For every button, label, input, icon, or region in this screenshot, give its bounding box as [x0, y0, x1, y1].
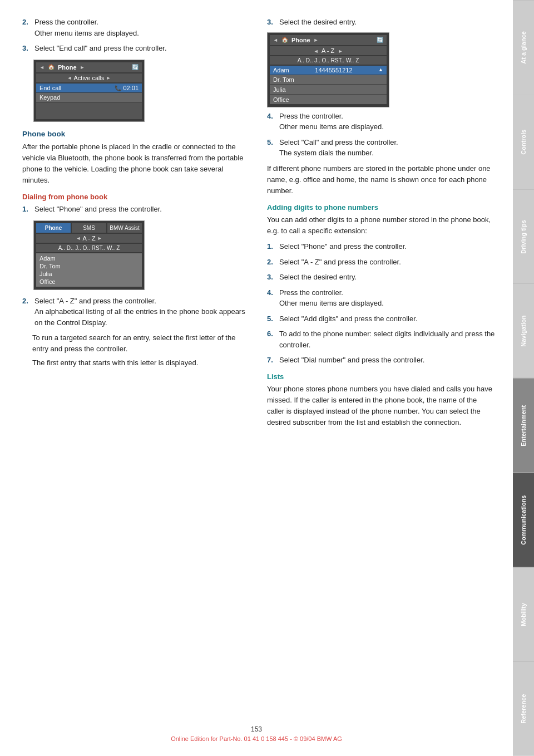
end-call-row: End call 📞 02:01	[36, 84, 142, 92]
sidebar-label-mobility: Mobility	[520, 603, 527, 626]
step-2: 2. Press the controller. Other menu item…	[22, 17, 250, 38]
keypad-row: Keypad	[36, 93, 142, 102]
sidebar-tab-mobility[interactable]: Mobility	[513, 567, 534, 662]
sidebar-label-controls: Controls	[520, 130, 527, 155]
step-num-2: 2.	[22, 17, 32, 38]
add-step4a: Press the controller.	[279, 288, 343, 297]
right-az-label: A - Z	[322, 47, 334, 54]
list-item-office: Office	[39, 278, 139, 286]
sidebar-label-at-a-glance: At a glance	[520, 31, 527, 64]
add-step5: 5. Select "Add digits" and press the con…	[267, 313, 495, 325]
sidebar-label-reference: Reference	[520, 694, 527, 724]
add-step4: 4. Press the controller. Other menu item…	[267, 287, 495, 309]
list-item-drtom: Dr. Tom	[39, 262, 139, 270]
end-call-label: End call	[39, 85, 61, 91]
tab-bmw-assist: BMW Assist	[107, 223, 142, 233]
letters-row: A.. D.. J.. O.. RST.. W.. Z	[36, 244, 142, 252]
right-step3: 3. Select the desired entry.	[267, 17, 495, 28]
letters-label: A.. D.. J.. O.. RST.. W.. Z	[58, 245, 120, 251]
right-phone-header: ◄ 🏠 Phone ► 🔄	[270, 35, 387, 45]
step2a-text: Press the controller.	[34, 18, 98, 26]
phone-book-title: Phone book	[22, 130, 250, 138]
dial-step2-note1: To run a targeted search for an entry, s…	[32, 332, 250, 354]
sidebar-tab-driving-tips[interactable]: Driving tips	[513, 189, 534, 284]
list-item-adam: Adam	[39, 254, 139, 262]
right-step5: 5. Select "Call" and press the controlle…	[267, 137, 495, 159]
sidebar-label-communications: Communications	[520, 495, 527, 545]
phone-list: Adam Dr. Tom Julia Office	[36, 253, 142, 287]
dial-step2: 2. Select "A - Z" and press the controll…	[22, 296, 250, 328]
scroll-icon: ▲	[378, 67, 383, 73]
right-adam-row: Adam 14445551212 ▲	[270, 66, 387, 75]
sidebar-label-entertainment: Entertainment	[520, 405, 527, 446]
right-step4: 4. Press the controller. Other menu item…	[267, 111, 495, 132]
keypad-label: Keypad	[39, 94, 60, 101]
lists-title: Lists	[267, 372, 495, 381]
phone-mockup-right: ◄ 🏠 Phone ► 🔄 ◄ A - Z ► A.. D.. J.. O.. …	[267, 32, 389, 107]
sidebar-tab-at-a-glance[interactable]: At a glance	[513, 0, 534, 95]
add-step4b: Other menu items are displayed.	[279, 299, 384, 307]
tab-sms: SMS	[72, 223, 106, 233]
right-step4b: Other menu items are displayed.	[279, 122, 384, 131]
right-letters: A.. D.. J.. O.. RST.. W.. Z	[298, 57, 359, 63]
phone-note: If different phone numbers are stored in…	[267, 163, 495, 197]
right-step5b: The system dials the number.	[279, 149, 374, 157]
footer-text: Online Edition for Part-No. 01 41 0 158 …	[171, 735, 342, 742]
add-step6-text: To add to the phone number: select digit…	[279, 328, 495, 350]
phone-tabs: Phone SMS BMW Assist	[36, 223, 142, 233]
add-step5-text: Select "Add digits" and press the contro…	[279, 313, 495, 325]
right-step5a: Select "Call" and press the controller.	[279, 138, 398, 146]
right-az-row: ◄ A - Z ►	[270, 46, 387, 55]
add-step1: 1. Select "Phone" and press the controll…	[267, 241, 495, 252]
sidebar: At a glance Controls Driving tips Naviga…	[513, 0, 534, 756]
call-time: 02:01	[123, 85, 139, 91]
add-step1-text: Select "Phone" and press the controller.	[279, 241, 495, 252]
sidebar-label-driving-tips: Driving tips	[520, 220, 527, 254]
sidebar-tab-communications[interactable]: Communications	[513, 473, 534, 567]
add-step3: 3. Select the desired entry.	[267, 272, 495, 283]
right-letters-row: A.. D.. J.. O.. RST.. W.. Z	[270, 56, 387, 65]
sidebar-tab-reference[interactable]: Reference	[513, 661, 534, 756]
left-arrow-icon: ◄	[39, 65, 44, 70]
add-step3-text: Select the desired entry.	[279, 272, 495, 283]
adding-body: You can add other digits to a phone numb…	[267, 214, 495, 237]
add-step2-text: Select "A - Z" and press the controller.	[279, 257, 495, 268]
page-footer: 153 Online Edition for Part-No. 01 41 0 …	[0, 725, 513, 742]
dial-step2b-text: An alphabetical listing of all the entri…	[34, 307, 245, 327]
right-adam-name: Adam	[273, 67, 289, 73]
lists-body: Your phone stores phone numbers you have…	[267, 384, 495, 429]
right-adam-number: 14445551212	[315, 67, 352, 73]
step-3: 3. Select "End call" and press the contr…	[22, 43, 250, 54]
add-step2: 2. Select "A - Z" and press the controll…	[267, 257, 495, 268]
step3-text: Select "End call" and press the controll…	[34, 43, 250, 54]
active-calls-label: Active calls	[73, 75, 104, 81]
phone-book-body: After the portable phone is placed in th…	[22, 141, 250, 186]
dial-step1: 1. Select "Phone" and press the controll…	[22, 204, 250, 215]
add-step6: 6. To add to the phone number: select di…	[267, 328, 495, 350]
dial-step1-text: Select "Phone" and press the controller.	[34, 204, 250, 215]
tab-phone: Phone	[36, 223, 71, 233]
dialing-title: Dialing from phone book	[22, 193, 250, 201]
az-row: ◄ A - Z ►	[36, 234, 142, 243]
right-arrow-icon: ►	[80, 65, 85, 70]
right-step3-text: Select the desired entry.	[279, 17, 495, 28]
right-office-row: Office	[270, 95, 387, 104]
right-step4a: Press the controller.	[279, 112, 343, 120]
phone-mockup-top: ◄ 🏠 Phone ► 🔄 ◄ Active calls ► End call	[33, 60, 145, 122]
page-number: 153	[0, 725, 513, 733]
right-julia-row: Julia	[270, 85, 387, 95]
sidebar-tab-navigation[interactable]: Navigation	[513, 283, 534, 378]
active-calls-row: ◄ Active calls ►	[36, 73, 142, 82]
phone-mockup-dial: Phone SMS BMW Assist ◄ A - Z ► A.. D.. J…	[33, 220, 145, 290]
list-item-julia: Julia	[39, 270, 139, 278]
sidebar-tab-controls[interactable]: Controls	[513, 95, 534, 189]
step-num-3: 3.	[22, 43, 32, 54]
step2b-text: Other menu items are displayed.	[34, 29, 139, 37]
dial-step2a-text: Select "A - Z" and press the controller.	[34, 297, 156, 305]
sidebar-tab-entertainment[interactable]: Entertainment	[513, 378, 534, 473]
right-phone-title: Phone	[291, 37, 310, 43]
az-label: A - Z	[82, 235, 95, 242]
phone-title: Phone	[58, 64, 77, 71]
add-step7-text: Select "Dial number" and press the contr…	[279, 355, 495, 366]
add-step7: 7. Select "Dial number" and press the co…	[267, 355, 495, 366]
